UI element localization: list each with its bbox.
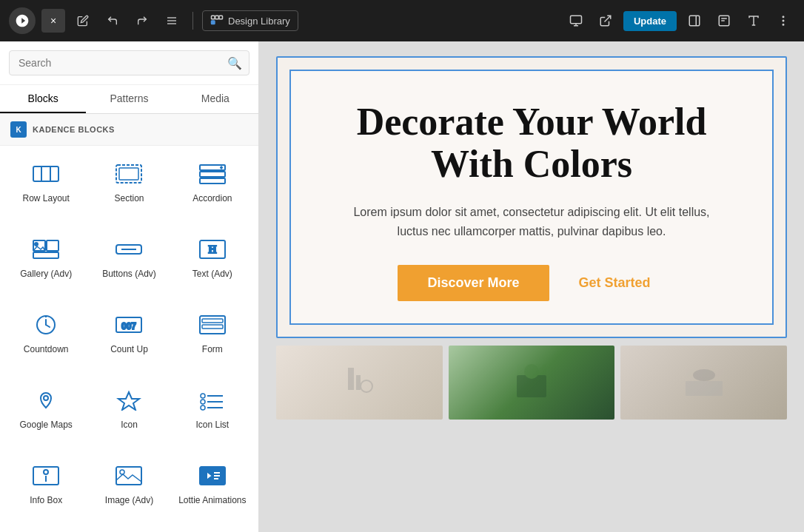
tab-patterns[interactable]: Patterns [86, 85, 172, 113]
editor-icon[interactable] [712, 9, 736, 33]
svg-point-55 [44, 470, 48, 474]
kadence-label-text: KADENCE BLOCKS [33, 125, 115, 134]
image-adv-label: Image (Adv) [105, 495, 153, 507]
toolbar-right: Update [564, 9, 795, 33]
block-icon-list[interactable]: Icon List [172, 378, 252, 451]
info-box-label: Info Box [30, 495, 62, 507]
separator-1 [192, 12, 193, 30]
svg-rect-5 [219, 16, 223, 19]
block-section[interactable]: Section [89, 152, 169, 224]
buttons-adv-icon [113, 236, 145, 263]
pencil-icon[interactable] [71, 9, 95, 33]
hero-buttons: Discover More Get Started [313, 265, 750, 301]
icon-label: Icon [121, 420, 138, 431]
toolbar: × Design Library [0, 0, 804, 41]
svg-rect-25 [200, 172, 225, 177]
section-label: Section [114, 193, 144, 205]
sidebar: 🔍 Blocks Patterns Media K KADENCE BLOCKS [0, 41, 259, 532]
accordion-label: Accordion [192, 193, 232, 205]
redo-button[interactable] [130, 9, 154, 33]
hero-title: Decorate Your World With Colors [313, 101, 750, 185]
update-button[interactable]: Update [623, 11, 677, 31]
google-maps-icon [30, 387, 62, 414]
block-countdown[interactable]: Countdown [6, 303, 86, 375]
sidebar-toggle-icon[interactable] [683, 9, 706, 33]
block-accordion[interactable]: Accordion [172, 152, 252, 224]
search-area: 🔍 [0, 41, 258, 85]
blocks-grid: Row Layout Section [0, 146, 258, 532]
svg-point-48 [201, 394, 205, 398]
gallery-adv-label: Gallery (Adv) [20, 269, 72, 280]
external-link-icon[interactable] [594, 9, 617, 33]
design-library-button[interactable]: Design Library [202, 10, 298, 31]
design-library-icon [210, 14, 224, 27]
block-lottie[interactable]: Lottie Animations [172, 454, 252, 526]
svg-rect-44 [202, 319, 223, 323]
form-icon [196, 312, 229, 338]
svg-point-46 [44, 396, 48, 400]
block-count-up[interactable]: 007 Count Up [89, 303, 169, 375]
block-row-layout[interactable]: Row Layout [6, 152, 86, 224]
svg-rect-57 [116, 467, 141, 485]
tab-blocks[interactable]: Blocks [0, 85, 86, 113]
desktop-view-button[interactable] [564, 9, 588, 33]
undo-button[interactable] [101, 9, 124, 33]
image-adv-icon [113, 462, 145, 489]
block-image-adv[interactable]: Image (Adv) [89, 454, 169, 526]
lottie-icon [196, 462, 229, 489]
section-icon [113, 161, 145, 187]
svg-rect-23 [119, 168, 138, 180]
block-info-box[interactable]: Info Box [6, 454, 86, 526]
kadence-blocks-label: K KADENCE BLOCKS [0, 114, 258, 146]
block-gallery[interactable]: Gallery (Adv) [6, 227, 86, 300]
tools-icon[interactable] [742, 9, 766, 33]
block-google-maps[interactable]: Google Maps [6, 378, 86, 451]
svg-point-18 [783, 24, 784, 26]
discover-more-button[interactable]: Discover More [398, 265, 549, 301]
svg-rect-7 [570, 16, 581, 24]
countdown-label: Countdown [24, 344, 69, 356]
count-up-label: Count Up [110, 344, 148, 356]
count-up-icon: 007 [113, 312, 145, 338]
list-view-icon[interactable] [160, 9, 184, 33]
svg-marker-47 [118, 392, 139, 410]
countdown-icon [30, 312, 62, 338]
svg-point-32 [35, 243, 38, 246]
gallery-3-decoration [682, 360, 726, 405]
form-label: Form [202, 344, 223, 356]
get-started-button[interactable]: Get Started [564, 265, 666, 301]
svg-rect-4 [215, 16, 219, 19]
block-buttons[interactable]: Buttons (Adv) [89, 227, 169, 300]
text-adv-label: Text (Adv) [192, 269, 232, 280]
gallery-row [276, 346, 787, 420]
buttons-adv-label: Buttons (Adv) [102, 269, 156, 280]
search-wrapper: 🔍 [9, 50, 249, 75]
svg-rect-6 [212, 21, 215, 24]
gallery-image-2 [449, 346, 615, 420]
svg-point-68 [693, 369, 715, 381]
tab-media[interactable]: Media [172, 85, 258, 113]
close-button[interactable]: × [41, 9, 65, 33]
svg-rect-11 [689, 16, 700, 26]
more-options-icon[interactable] [771, 9, 795, 33]
block-icon[interactable]: Icon [89, 378, 169, 451]
block-text[interactable]: H Text (Adv) [172, 227, 252, 300]
svg-point-17 [783, 20, 784, 21]
svg-rect-31 [33, 252, 58, 258]
wp-logo[interactable] [9, 7, 36, 34]
gallery-image-3 [620, 346, 787, 420]
row-layout-label: Row Layout [22, 193, 69, 205]
svg-point-52 [201, 405, 205, 410]
gallery-2-decoration [509, 360, 554, 405]
gallery-adv-icon [30, 236, 62, 263]
svg-rect-3 [212, 16, 215, 19]
block-form[interactable]: Form [172, 303, 252, 375]
svg-point-50 [201, 400, 205, 404]
accordion-icon [196, 161, 229, 187]
svg-rect-69 [686, 381, 723, 396]
hero-subtitle: Lorem ipsum dolor sit amet, consectetur … [346, 203, 717, 240]
svg-point-65 [361, 380, 372, 392]
kadence-logo-icon: K [10, 121, 27, 138]
search-input[interactable] [9, 50, 249, 75]
svg-text:007: 007 [121, 321, 136, 331]
